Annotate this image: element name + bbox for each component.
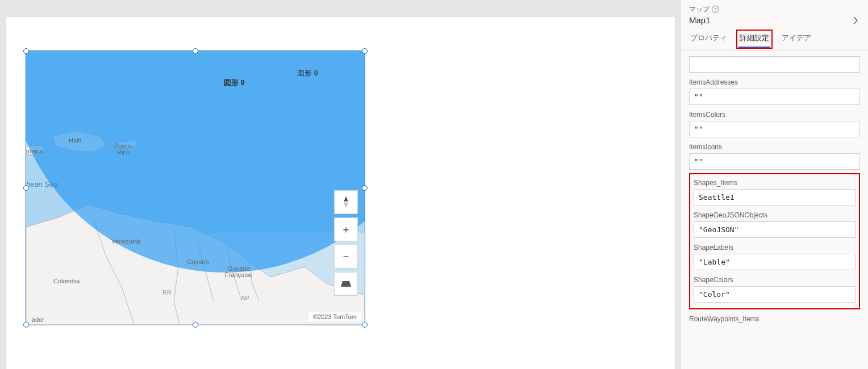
panel-tabs: プロパティ 詳細設定 アイデア — [681, 25, 868, 51]
prop-label-shapesitems: Shapes_Items — [694, 179, 856, 187]
prop-label-shapegeojson: ShapeGeoJSONObjects — [694, 211, 856, 219]
prop-label-itemscolors: ItemsColors — [689, 111, 860, 119]
collapse-panel-button[interactable] — [851, 16, 860, 27]
compass-button[interactable] — [334, 190, 358, 214]
panel-body[interactable]: ItemsAddresses ItemsColors ItemsIcons Sh… — [681, 51, 868, 369]
resize-handle-mr[interactable] — [362, 185, 368, 191]
prop-input-shapelabels[interactable] — [694, 254, 856, 270]
prop-input-shapesitems[interactable] — [694, 189, 856, 206]
minus-icon: − — [343, 251, 349, 263]
tab-ideas[interactable]: アイデア — [781, 31, 812, 50]
compass-icon — [342, 196, 350, 208]
resize-handle-bl[interactable] — [23, 322, 29, 328]
annotation-highlight-tab: 詳細設定 — [736, 30, 773, 49]
place-rr: RR — [162, 290, 172, 296]
map-controls: ＋ − — [334, 190, 358, 296]
prop-input-itemsaddresses[interactable] — [689, 89, 860, 105]
resize-handle-br[interactable] — [362, 322, 368, 328]
prop-label-routewaypoints: RouteWaypoints_Items — [689, 315, 860, 323]
control-type-label: マップ ? — [689, 5, 860, 14]
svg-marker-7 — [344, 196, 348, 202]
resize-handle-tl[interactable] — [23, 48, 29, 54]
tab-advanced[interactable]: 詳細設定 — [738, 31, 770, 48]
annotation-highlight-props: Shapes_Items ShapeGeoJSONObjects ShapeLa… — [689, 173, 860, 309]
resize-handle-tc[interactable] — [193, 48, 198, 54]
resize-handle-tr[interactable] — [362, 48, 368, 54]
resize-handle-bc[interactable] — [193, 322, 198, 328]
pitch-icon — [341, 281, 351, 287]
place-puerto-rico: Puerto Rico — [114, 143, 132, 156]
pitch-button[interactable] — [334, 272, 358, 296]
control-name[interactable]: Map1 — [689, 15, 860, 25]
prop-label-shapecolors: ShapeColors — [694, 276, 856, 284]
shape-label-a: 図形 9 — [224, 78, 245, 88]
place-venezuela: Venezuela — [111, 238, 140, 245]
place-ap: AP — [241, 295, 249, 301]
place-haiti: Haiti — [69, 137, 81, 144]
place-colombia: Colombia — [53, 278, 80, 284]
resize-handle-ml[interactable] — [23, 185, 29, 191]
place-caribbean-sea: bean Sea — [26, 181, 58, 188]
help-icon[interactable]: ? — [712, 6, 719, 13]
place-jamaica: maica — [26, 148, 43, 154]
canvas[interactable]: 図形 9 図形 9 Haiti Puerto Rico maica bean S… — [6, 17, 675, 369]
place-guyane: Guyane Française — [225, 266, 252, 278]
prop-label-shapelabels: ShapeLabels — [694, 244, 856, 251]
tab-properties[interactable]: プロパティ — [689, 31, 728, 50]
svg-marker-8 — [344, 202, 348, 208]
prop-label-itemsicons: ItemsIcons — [689, 143, 860, 151]
zoom-in-button[interactable]: ＋ — [334, 217, 358, 241]
place-guyana: Guyana — [187, 259, 209, 265]
canvas-area: 図形 9 図形 9 Haiti Puerto Rico maica bean S… — [0, 0, 681, 369]
prop-label-itemsaddresses: ItemsAddresses — [689, 78, 860, 86]
properties-panel: マップ ? Map1 プロパティ 詳細設定 アイデア ItemsAddresse… — [681, 0, 868, 369]
prop-input-shapegeojson[interactable] — [694, 221, 856, 238]
prop-input-itemsicons[interactable] — [689, 153, 860, 170]
chevron-right-icon — [851, 16, 860, 25]
prop-input-prev[interactable] — [689, 56, 860, 73]
map-control-selection[interactable]: 図形 9 図形 9 Haiti Puerto Rico maica bean S… — [26, 51, 365, 325]
svg-marker-9 — [341, 281, 351, 287]
map-control[interactable]: 図形 9 図形 9 Haiti Puerto Rico maica bean S… — [26, 51, 365, 325]
panel-header: マップ ? Map1 — [681, 0, 868, 25]
plus-icon: ＋ — [341, 223, 351, 236]
map-attribution: ©2023 TomTom — [308, 312, 361, 321]
zoom-out-button[interactable]: − — [334, 245, 358, 269]
place-ecuador: ador — [32, 317, 44, 323]
shape-label-b: 図形 9 — [297, 68, 318, 78]
prop-input-shapecolors[interactable] — [694, 286, 856, 303]
prop-input-itemscolors[interactable] — [689, 121, 860, 137]
